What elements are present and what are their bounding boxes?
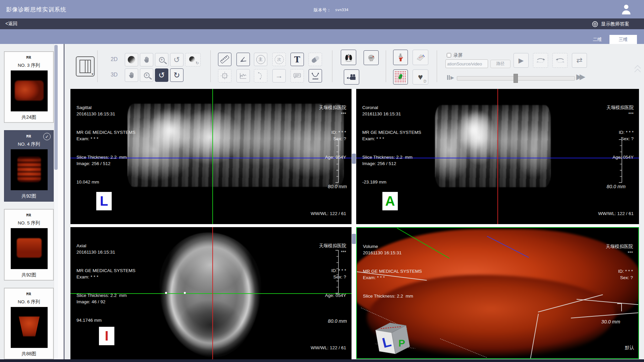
reset-3d-button[interactable]: ↻ xyxy=(170,68,183,82)
refresh-icon: ↻ xyxy=(173,71,180,79)
volume-viewport-active[interactable]: Volume20161130 16:15:31 MR GE MEDICAL SY… xyxy=(356,227,639,359)
rotate-2d-button[interactable]: ↺ xyxy=(170,53,183,66)
export-video-button[interactable] xyxy=(344,69,359,85)
record-screen-label: 录屏 xyxy=(453,52,463,58)
series-image-count: 共88图 xyxy=(4,351,53,357)
eye-icon xyxy=(592,21,598,28)
text-tool-icon: T xyxy=(294,55,300,64)
label-2d: 2D xyxy=(111,56,117,62)
sagittal-viewport[interactable]: Sagittal20161130 16:15:31 MR GE MEDICAL … xyxy=(70,89,352,224)
window-level-icon xyxy=(189,56,195,62)
lung-render-button[interactable] xyxy=(341,50,356,65)
foot-render-button[interactable] xyxy=(413,50,428,65)
sagittal-slice-scrollbar-thumb[interactable] xyxy=(352,154,356,164)
series-image-count: 共92图 xyxy=(4,193,53,199)
view-tabstrip: 二维 三维 xyxy=(0,29,644,44)
series-thumbnail-image xyxy=(11,149,48,190)
hand-icon xyxy=(128,71,135,79)
arc-tool-button[interactable] xyxy=(254,69,267,83)
curve-histogram-button[interactable] xyxy=(236,69,250,83)
green-crosshair-line[interactable] xyxy=(212,89,213,224)
red-crosshair-line[interactable] xyxy=(497,89,498,224)
series-name: NO. 4 序列 xyxy=(4,141,53,147)
layout-select-button[interactable]: ▾ xyxy=(76,56,95,76)
magnifier-icon: + xyxy=(159,57,165,63)
back-button[interactable]: <返回 xyxy=(5,21,17,27)
rotate-icon: ↺ xyxy=(158,71,165,79)
swap-direction-button[interactable]: ⇄ xyxy=(572,53,587,68)
heart-d-label: D xyxy=(424,79,426,83)
fast-forward-icon[interactable]: ▶▶ xyxy=(576,72,583,81)
series-thumbnail-image xyxy=(11,307,48,348)
series-card-6[interactable]: MR NO. 6 序列 共88图 xyxy=(4,288,54,359)
user-avatar-icon[interactable] xyxy=(620,3,633,16)
scale-label: 30.0 mm xyxy=(601,319,620,324)
arrow-annotation-button[interactable]: → xyxy=(272,69,286,83)
text-annotation-button[interactable]: T xyxy=(290,53,304,66)
axial-slice-scrollbar-thumb[interactable] xyxy=(352,234,356,244)
video-path-input[interactable] xyxy=(445,59,488,68)
window-level-2d-button[interactable] xyxy=(125,53,138,66)
rotate-3d-button-active[interactable]: ↺ xyxy=(155,68,168,82)
series-card-4-selected[interactable]: ✓ MR NO. 4 序列 共92图 xyxy=(4,130,54,202)
eraser-tool-button[interactable] xyxy=(309,53,322,66)
scale-label: 80.0 mm xyxy=(607,184,626,189)
pan-2d-button[interactable] xyxy=(140,53,153,66)
loop-back-button[interactable] xyxy=(552,53,568,68)
axial-viewport[interactable]: Axial20161130 16:15:31 MR GE MEDICAL SYS… xyxy=(70,227,352,360)
sidebar-scrollbar-thumb[interactable] xyxy=(54,45,58,170)
knee-render-button[interactable] xyxy=(393,50,408,65)
dropdown-caret-icon: ▾ xyxy=(92,72,93,76)
nav-bar: <返回 显示教师答案 xyxy=(0,18,644,29)
window-width-level-label: WW/WL: 122 / 61 xyxy=(311,345,346,350)
loop-forward-button[interactable] xyxy=(533,53,548,68)
eraser-icon xyxy=(311,55,320,64)
record-screen-checkbox[interactable] xyxy=(447,53,451,57)
heart-icon: ♥ xyxy=(418,73,423,81)
playback-slider-handle[interactable] xyxy=(514,74,518,83)
show-teacher-answer-button[interactable]: 显示教师答案 xyxy=(592,21,629,28)
video-camera-icon xyxy=(346,73,357,81)
ruler-tool-button[interactable] xyxy=(218,53,231,66)
foot-plate-icon xyxy=(416,53,426,62)
series-card-3[interactable]: MR NO. 3 序列 共24图 xyxy=(4,51,54,123)
secondary-roi-tool-button[interactable]: 次 xyxy=(272,53,286,66)
window-width-level-label: WW/WL: 122 / 61 xyxy=(311,211,346,216)
reset-window-level-button[interactable]: ↻ xyxy=(185,53,201,66)
coronal-viewport[interactable]: Coronal20161130 16:15:31 MR GE MEDICAL S… xyxy=(356,89,639,224)
skull-render-button[interactable] xyxy=(364,50,379,65)
path-button[interactable]: 路径 xyxy=(490,60,511,68)
profile-curve-button[interactable] xyxy=(309,69,322,83)
play-button[interactable]: ▶ xyxy=(514,53,529,68)
orientation-cube[interactable]: L P xyxy=(371,315,416,359)
angle-tool-button[interactable] xyxy=(236,53,250,66)
version-value: svn334 xyxy=(335,8,348,12)
series-card-5[interactable]: MR NO. 5 序列 共92图 xyxy=(4,209,54,280)
orientation-marker-inferior: I xyxy=(99,327,114,345)
tab-2d[interactable]: 二维 xyxy=(587,35,608,44)
locate-crosshair-button[interactable] xyxy=(218,69,231,83)
tab-3d-active[interactable]: 三维 xyxy=(609,35,637,44)
preset-default-label[interactable]: 默认 xyxy=(625,345,634,351)
label-3d: 3D xyxy=(111,72,117,78)
comment-icon xyxy=(293,72,302,80)
comment-annotation-button[interactable] xyxy=(290,69,304,83)
histogram-icon xyxy=(239,72,247,80)
scale-ruler xyxy=(334,250,339,294)
sidebar-splitter-line[interactable] xyxy=(64,44,64,360)
step-back-icon[interactable]: ▶ xyxy=(447,75,454,80)
panel-vertical-splitter[interactable] xyxy=(352,89,356,360)
heart-render-button[interactable]: ♥ D xyxy=(413,69,428,85)
pan-3d-button[interactable] xyxy=(125,68,138,82)
cube-posterior-label: P xyxy=(398,338,405,349)
vessel-render-button[interactable] xyxy=(393,69,408,85)
zoom-3d-button[interactable]: + xyxy=(140,68,153,82)
main-roi-icon: 主 xyxy=(256,55,265,64)
collapse-toolbar-icon[interactable] xyxy=(633,64,642,73)
play-icon: ▶ xyxy=(519,57,524,64)
main-roi-tool-button[interactable]: 主 xyxy=(254,53,267,66)
window-level-icon xyxy=(128,56,135,63)
arc-icon xyxy=(257,72,265,80)
red-crosshair-line[interactable] xyxy=(212,227,213,360)
zoom-2d-button[interactable]: + xyxy=(155,53,168,66)
